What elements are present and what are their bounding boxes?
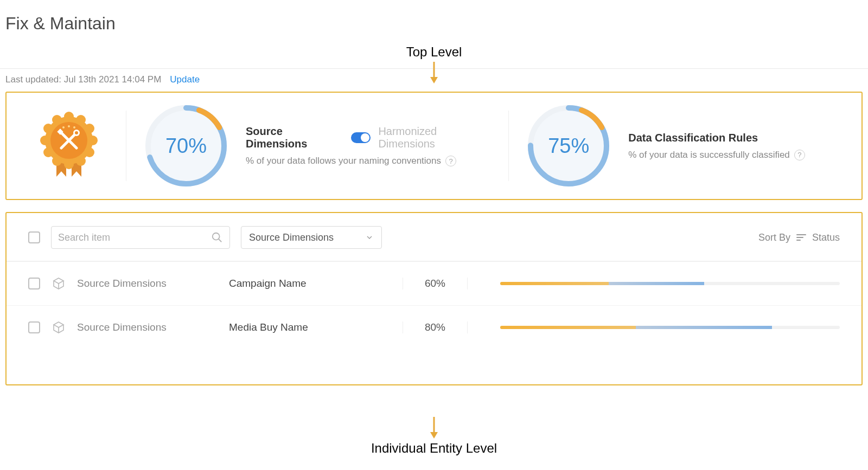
sort-by-label: Sort By [758, 232, 790, 243]
top-level-panel: 70% Source Dimensions Harmonized Dimensi… [5, 92, 863, 200]
svg-point-9 [85, 124, 94, 133]
svg-point-20 [62, 126, 65, 128]
sort-by-control[interactable]: Sort By Status [758, 232, 840, 243]
page-title: Fix & Maintain [0, 0, 868, 44]
vertical-separator [126, 111, 126, 181]
svg-point-11 [85, 147, 94, 157]
row-entity: Campaign Name [229, 278, 392, 289]
row-progress [478, 282, 840, 285]
svg-point-10 [88, 136, 98, 145]
metric-source-subtitle: % of your data follows your naming conve… [246, 156, 441, 166]
svg-point-18 [52, 115, 62, 125]
svg-point-13 [64, 159, 74, 169]
filter-select-value: Source Dimensions [249, 232, 334, 243]
svg-point-7 [64, 112, 74, 121]
row-entity: Media Buy Name [229, 321, 392, 333]
table-row[interactable]: Source Dimensions Media Buy Name 80% [7, 306, 861, 349]
annotation-top-label: Top Level [406, 44, 462, 59]
svg-point-36 [213, 233, 220, 240]
metric-classification-subtitle: % of your data is successfully classifie… [628, 150, 790, 160]
chevron-down-icon [365, 233, 374, 242]
search-field[interactable] [51, 226, 230, 249]
filter-select[interactable]: Source Dimensions [241, 226, 382, 249]
vertical-separator [508, 111, 509, 181]
award-badge [28, 111, 110, 181]
entity-level-panel: Source Dimensions Sort By Status Source … [5, 212, 863, 385]
metric-harmonized-title: Harmonized Dimensions [378, 125, 492, 150]
row-progress [478, 326, 840, 329]
annotation-bottom: Individual Entity Level [0, 415, 868, 456]
svg-line-37 [219, 239, 222, 242]
select-all-checkbox[interactable] [28, 231, 40, 243]
donut-classification-value: 75% [525, 102, 612, 189]
metric-source-title: Source Dimensions [246, 125, 343, 150]
svg-point-26 [75, 131, 78, 134]
donut-source: 70% [143, 102, 229, 189]
badge-icon [39, 111, 99, 181]
svg-point-14 [52, 156, 62, 166]
table-row[interactable]: Source Dimensions Campaign Name 60% [7, 262, 861, 306]
row-checkbox[interactable] [28, 321, 40, 333]
cube-icon [51, 277, 66, 290]
metric-classification-title: Data Classification Rules [628, 132, 758, 144]
arrow-down-icon [429, 417, 439, 439]
table-header: Source Dimensions Sort By Status [7, 213, 861, 262]
svg-marker-1 [430, 77, 438, 83]
metric-source-dimensions: 70% Source Dimensions Harmonized Dimensi… [143, 102, 492, 189]
arrow-down-icon [429, 62, 439, 83]
row-checkbox[interactable] [28, 278, 40, 289]
sort-icon [796, 233, 807, 242]
svg-point-12 [76, 156, 86, 166]
search-icon [211, 231, 223, 243]
svg-marker-42 [430, 432, 438, 439]
svg-point-17 [43, 124, 53, 133]
annotation-top: Top Level [0, 44, 868, 83]
svg-point-21 [68, 125, 70, 127]
help-icon[interactable]: ? [445, 156, 456, 166]
help-icon[interactable]: ? [794, 150, 805, 160]
svg-point-15 [43, 147, 53, 157]
donut-source-value: 70% [143, 102, 229, 189]
row-category: Source Dimensions [77, 278, 218, 289]
row-percent: 80% [403, 321, 468, 333]
svg-point-8 [76, 115, 86, 125]
row-percent: 60% [403, 278, 468, 289]
donut-classification: 75% [525, 102, 612, 189]
annotation-bottom-label: Individual Entity Level [371, 441, 497, 455]
svg-point-16 [40, 136, 50, 145]
svg-point-22 [73, 126, 75, 128]
search-input[interactable] [58, 232, 211, 243]
dimensions-toggle[interactable] [351, 132, 371, 143]
cube-icon [51, 321, 66, 334]
sort-by-value: Status [812, 232, 840, 243]
metric-classification: 75% Data Classification Rules % of your … [525, 102, 840, 189]
row-category: Source Dimensions [77, 321, 218, 333]
